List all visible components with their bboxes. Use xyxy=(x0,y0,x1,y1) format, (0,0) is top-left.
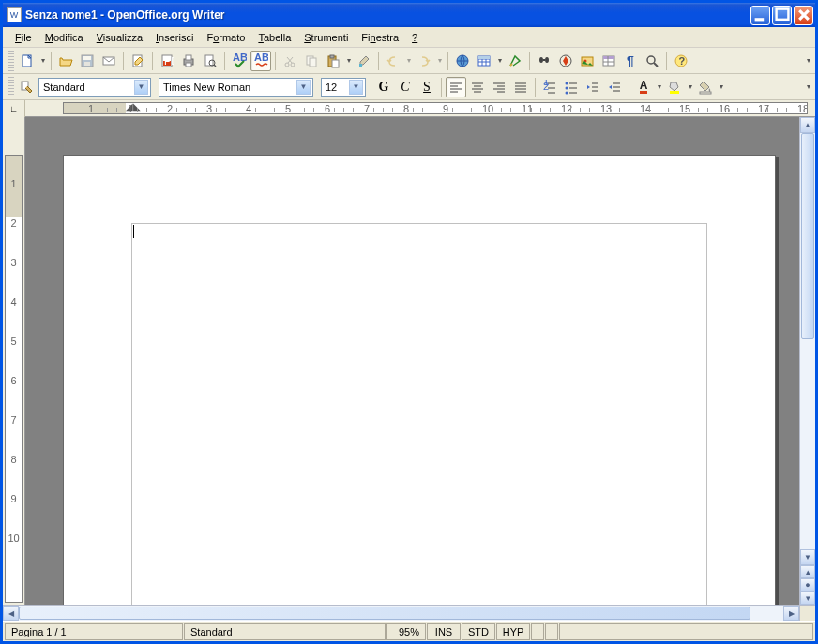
increase-indent-button[interactable] xyxy=(604,77,625,97)
dropdown-arrow-icon[interactable]: ▼ xyxy=(349,80,363,95)
status-zoom[interactable]: 95% xyxy=(386,623,426,640)
hruler-scale[interactable]: ◢◣ 1123456789101112131415161718 xyxy=(63,102,808,114)
redo-button[interactable] xyxy=(414,51,434,71)
scroll-up-button[interactable]: ▲ xyxy=(800,117,815,133)
status-hyphen[interactable]: HYP xyxy=(496,623,530,640)
menu-table[interactable]: Tabella xyxy=(251,30,297,45)
undo-button[interactable] xyxy=(383,51,403,71)
prev-page-button[interactable]: ▴ xyxy=(800,565,815,578)
datasources-button[interactable] xyxy=(598,51,619,71)
horizontal-scrollbar[interactable]: ◀ ▶ xyxy=(3,605,815,621)
hyperlink-button[interactable] xyxy=(452,51,473,71)
copy-button[interactable] xyxy=(301,51,322,71)
status-insert[interactable]: INS xyxy=(427,623,461,640)
document-area[interactable] xyxy=(25,117,799,605)
scroll-down-button[interactable]: ▼ xyxy=(800,549,815,565)
font-name-combo[interactable]: Times New Roman ▼ xyxy=(159,78,313,97)
horizontal-ruler[interactable]: ∟ ◢◣ 1123456789101112131415161718 xyxy=(3,100,815,117)
paintbrush-button[interactable] xyxy=(354,51,374,71)
bgcolor-dropdown[interactable]: ▾ xyxy=(717,77,725,97)
text-frame[interactable] xyxy=(131,223,707,605)
menu-format[interactable]: Formato xyxy=(200,30,251,45)
vertical-scrollbar[interactable]: ▲ ▼ ▴ ● ▾ xyxy=(799,117,815,605)
menu-window[interactable]: Finestra xyxy=(355,30,405,45)
pdf-button[interactable]: PDF xyxy=(157,51,177,71)
table-button[interactable] xyxy=(474,51,494,71)
align-center-button[interactable] xyxy=(467,77,488,97)
edit-doc-button[interactable] xyxy=(128,51,148,71)
toolbar-more[interactable]: ▾ xyxy=(804,77,812,97)
status-cell-empty3 xyxy=(559,623,813,640)
numbered-list-button[interactable]: 12 xyxy=(539,77,560,97)
align-right-button[interactable] xyxy=(489,77,509,97)
new-dropdown[interactable]: ▾ xyxy=(38,51,47,71)
save-button[interactable] xyxy=(77,51,98,71)
italic-button[interactable]: C xyxy=(395,77,416,97)
vscroll-thumb[interactable] xyxy=(801,133,814,339)
cut-button[interactable] xyxy=(280,51,300,71)
find-button[interactable] xyxy=(534,51,554,71)
dropdown-arrow-icon[interactable]: ▼ xyxy=(134,80,148,95)
dropdown-arrow-icon[interactable]: ▼ xyxy=(296,80,311,95)
drawing-button[interactable] xyxy=(505,51,525,71)
help-button[interactable]: ? xyxy=(671,51,691,71)
gallery-button[interactable] xyxy=(577,51,598,71)
next-page-button[interactable]: ▾ xyxy=(800,592,815,605)
svg-rect-24 xyxy=(330,55,334,58)
titlebar[interactable]: W Senza nome1 - OpenOffice.org Writer xyxy=(3,3,815,27)
minimize-button[interactable] xyxy=(750,6,770,25)
vruler-scale[interactable]: 12345678910 xyxy=(5,155,23,603)
scroll-left-button[interactable]: ◀ xyxy=(3,606,19,621)
align-left-button[interactable] xyxy=(446,77,466,97)
open-button[interactable] xyxy=(55,51,76,71)
menu-insert[interactable]: Inserisci xyxy=(149,30,200,45)
ruler-tick: 2 xyxy=(6,217,22,229)
close-button[interactable] xyxy=(794,6,813,25)
paragraph-style-value: Standard xyxy=(43,82,85,93)
font-size-combo[interactable]: 12 ▼ xyxy=(321,78,366,97)
toolbar-grip[interactable] xyxy=(8,77,14,97)
paragraph-style-combo[interactable]: Standard ▼ xyxy=(38,78,151,97)
menu-edit[interactable]: Modifica xyxy=(38,30,90,45)
decrease-indent-button[interactable] xyxy=(583,77,603,97)
highlight-dropdown[interactable]: ▾ xyxy=(686,77,694,97)
autospell-button[interactable]: ABC xyxy=(250,51,271,71)
redo-dropdown[interactable]: ▾ xyxy=(435,51,444,71)
underline-button[interactable]: S xyxy=(417,77,437,97)
table-dropdown[interactable]: ▾ xyxy=(495,51,504,71)
preview-button[interactable] xyxy=(200,51,220,71)
nonprinting-button[interactable]: ¶ xyxy=(620,51,641,71)
undo-dropdown[interactable]: ▾ xyxy=(404,51,413,71)
nav-object-button[interactable]: ● xyxy=(800,578,815,592)
highlight-button[interactable] xyxy=(664,77,685,97)
page[interactable] xyxy=(63,155,776,605)
align-justify-button[interactable] xyxy=(510,77,531,97)
scroll-right-button[interactable]: ▶ xyxy=(783,606,799,621)
styles-button[interactable] xyxy=(17,77,38,97)
menu-view[interactable]: Visualizza xyxy=(90,30,149,45)
bold-button[interactable]: G xyxy=(373,77,394,97)
navigator-button[interactable] xyxy=(555,51,576,71)
status-page[interactable]: Pagina 1 / 1 xyxy=(5,623,183,640)
print-button[interactable] xyxy=(178,51,199,71)
bullet-list-button[interactable] xyxy=(561,77,582,97)
hscroll-thumb[interactable] xyxy=(19,607,750,620)
email-button[interactable] xyxy=(98,51,119,71)
status-selection[interactable]: STD xyxy=(462,623,495,640)
menu-file[interactable]: File xyxy=(8,30,38,45)
bgcolor-button[interactable] xyxy=(695,77,716,97)
maximize-button[interactable] xyxy=(772,6,792,25)
toolbar-grip[interactable] xyxy=(8,51,14,71)
spellcheck-button[interactable]: ABC xyxy=(229,51,250,71)
toolbar-more[interactable]: ▾ xyxy=(804,51,812,71)
new-button[interactable] xyxy=(17,51,38,71)
vertical-ruler[interactable]: 12345678910 xyxy=(3,117,25,605)
font-color-button[interactable]: A xyxy=(633,77,654,97)
paste-button[interactable] xyxy=(323,51,343,71)
zoom-button[interactable] xyxy=(642,51,662,71)
paste-dropdown[interactable]: ▾ xyxy=(344,51,353,71)
menu-tools[interactable]: Strumenti xyxy=(297,30,355,45)
status-pagestyle[interactable]: Standard xyxy=(184,623,386,640)
font-color-dropdown[interactable]: ▾ xyxy=(655,77,663,97)
menu-help[interactable]: ? xyxy=(405,30,424,45)
